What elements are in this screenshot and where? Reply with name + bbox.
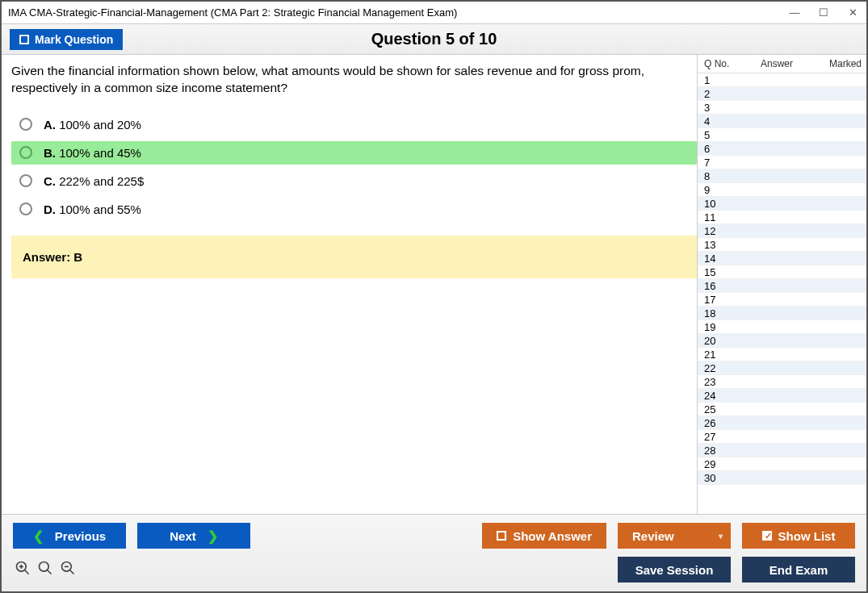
svg-line-5 bbox=[48, 570, 52, 574]
end-exam-button[interactable]: End Exam bbox=[742, 557, 855, 583]
radio-icon bbox=[19, 118, 32, 131]
radio-icon bbox=[19, 146, 32, 159]
navigator-row[interactable]: 25 bbox=[698, 403, 866, 416]
option-label: C. 222% and 225$ bbox=[44, 174, 144, 188]
navigator-row[interactable]: 5 bbox=[698, 128, 866, 142]
navigator-row[interactable]: 2 bbox=[698, 87, 866, 101]
body: Given the financial information shown be… bbox=[2, 55, 866, 514]
save-session-label: Save Session bbox=[635, 563, 714, 577]
option-label: A. 100% and 20% bbox=[44, 118, 141, 132]
col-marked: Marked bbox=[817, 58, 862, 69]
option-b[interactable]: B. 100% and 45% bbox=[11, 141, 697, 165]
navigator-row[interactable]: 20 bbox=[698, 334, 866, 348]
navigator-row[interactable]: 13 bbox=[698, 238, 866, 252]
navigator-row[interactable]: 19 bbox=[698, 320, 866, 334]
navigator-row[interactable]: 6 bbox=[698, 142, 866, 156]
zoom-controls bbox=[13, 560, 76, 580]
option-d[interactable]: D. 100% and 55% bbox=[11, 198, 697, 221]
navigator-row[interactable]: 1 bbox=[698, 73, 866, 87]
navigator-row[interactable]: 18 bbox=[698, 307, 866, 320]
toolbar: Mark Question Question 5 of 10 bbox=[2, 24, 866, 55]
col-answer: Answer bbox=[736, 58, 817, 69]
navigator-row[interactable]: 12 bbox=[698, 224, 866, 238]
svg-line-7 bbox=[70, 570, 74, 574]
zoom-reset-icon[interactable] bbox=[37, 560, 53, 580]
navigator-row[interactable]: 15 bbox=[698, 265, 866, 279]
end-exam-label: End Exam bbox=[769, 563, 828, 577]
footer-row-1: ❮ Previous Next ❯ Show Answer Review ▾ S… bbox=[13, 523, 855, 549]
close-icon[interactable]: ✕ bbox=[845, 6, 860, 19]
checkbox-icon bbox=[19, 35, 29, 44]
question-navigator: Q No. Answer Marked 12345678910111213141… bbox=[697, 55, 866, 514]
option-a[interactable]: A. 100% and 20% bbox=[11, 113, 697, 136]
window-controls: — ☐ ✕ bbox=[787, 6, 860, 19]
navigator-list[interactable]: 1234567891011121314151617181920212223242… bbox=[698, 73, 866, 514]
previous-label: Previous bbox=[55, 529, 106, 543]
navigator-row[interactable]: 24 bbox=[698, 389, 866, 403]
col-qno: Q No. bbox=[704, 58, 736, 69]
answer-box: Answer: B bbox=[11, 236, 697, 278]
navigator-row[interactable]: 7 bbox=[698, 156, 866, 169]
option-c[interactable]: C. 222% and 225$ bbox=[11, 169, 697, 193]
question-panel: Given the financial information shown be… bbox=[2, 55, 697, 514]
question-text: Given the financial information shown be… bbox=[11, 63, 697, 97]
chevron-right-icon: ❯ bbox=[208, 528, 218, 544]
radio-icon bbox=[19, 203, 32, 215]
checkbox-checked-icon bbox=[762, 531, 772, 541]
maximize-icon[interactable]: ☐ bbox=[816, 6, 831, 19]
navigator-row[interactable]: 10 bbox=[698, 197, 866, 211]
app-window: IMA CMA-Strategic-Financial-Management (… bbox=[0, 0, 868, 593]
review-label: Review bbox=[632, 529, 674, 543]
show-answer-label: Show Answer bbox=[513, 529, 592, 543]
window-title: IMA CMA-Strategic-Financial-Management (… bbox=[8, 6, 787, 19]
review-button[interactable]: Review ▾ bbox=[618, 523, 731, 549]
navigator-header: Q No. Answer Marked bbox=[698, 55, 866, 73]
dropdown-arrow-icon: ▾ bbox=[719, 532, 723, 541]
minimize-icon[interactable]: — bbox=[787, 6, 802, 19]
navigator-row[interactable]: 8 bbox=[698, 169, 866, 183]
footer: ❮ Previous Next ❯ Show Answer Review ▾ S… bbox=[2, 514, 866, 591]
navigator-row[interactable]: 9 bbox=[698, 183, 866, 197]
navigator-row[interactable]: 26 bbox=[698, 416, 866, 430]
navigator-row[interactable]: 16 bbox=[698, 279, 866, 293]
show-list-button[interactable]: Show List bbox=[742, 523, 855, 549]
option-label: D. 100% and 55% bbox=[44, 203, 141, 216]
navigator-row[interactable]: 3 bbox=[698, 101, 866, 115]
navigator-row[interactable]: 17 bbox=[698, 293, 866, 307]
svg-line-1 bbox=[25, 570, 29, 574]
chevron-left-icon: ❮ bbox=[33, 528, 44, 544]
navigator-row[interactable]: 11 bbox=[698, 211, 866, 224]
navigator-row[interactable]: 14 bbox=[698, 252, 866, 265]
navigator-row[interactable]: 4 bbox=[698, 115, 866, 128]
navigator-row[interactable]: 22 bbox=[698, 361, 866, 375]
navigator-row[interactable]: 27 bbox=[698, 430, 866, 444]
option-label: B. 100% and 45% bbox=[44, 146, 141, 160]
next-label: Next bbox=[170, 529, 196, 543]
navigator-row[interactable]: 28 bbox=[698, 444, 866, 457]
mark-question-label: Mark Question bbox=[35, 33, 113, 46]
navigator-row[interactable]: 21 bbox=[698, 348, 866, 361]
checkbox-icon bbox=[497, 531, 506, 541]
mark-question-button[interactable]: Mark Question bbox=[10, 29, 123, 50]
footer-row-2: Save Session End Exam bbox=[13, 557, 855, 583]
navigator-row[interactable]: 30 bbox=[698, 471, 866, 485]
previous-button[interactable]: ❮ Previous bbox=[13, 523, 126, 549]
zoom-out-icon[interactable] bbox=[60, 560, 76, 580]
question-counter: Question 5 of 10 bbox=[2, 30, 866, 48]
zoom-in-icon[interactable] bbox=[15, 560, 31, 580]
show-list-label: Show List bbox=[778, 529, 836, 543]
titlebar: IMA CMA-Strategic-Financial-Management (… bbox=[2, 2, 866, 24]
radio-icon bbox=[19, 174, 32, 187]
show-answer-button[interactable]: Show Answer bbox=[482, 523, 606, 549]
save-session-button[interactable]: Save Session bbox=[618, 557, 731, 583]
navigator-row[interactable]: 23 bbox=[698, 375, 866, 389]
svg-point-4 bbox=[40, 562, 49, 571]
next-button[interactable]: Next ❯ bbox=[137, 523, 250, 549]
options-list: A. 100% and 20%B. 100% and 45%C. 222% an… bbox=[11, 113, 697, 221]
navigator-row[interactable]: 29 bbox=[698, 457, 866, 471]
